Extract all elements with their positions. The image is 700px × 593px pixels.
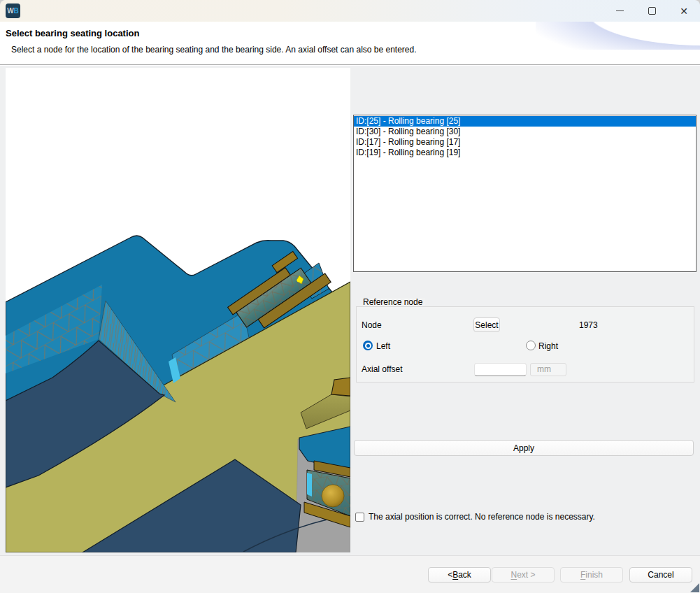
axial-position-checkbox-label[interactable]: The axial position is correct. No refere… (369, 512, 595, 522)
maximize-icon (648, 7, 656, 15)
bearing-listbox[interactable]: ID:[25] - Rolling bearing [25] ID:[30] -… (353, 115, 697, 272)
axial-position-checkbox-row[interactable]: The axial position is correct. No refere… (355, 512, 595, 522)
axial-offset-label: Axial offset (362, 364, 402, 374)
page-subtitle: Select a node for the location of the be… (11, 45, 417, 55)
bearing-list-item-17[interactable]: ID:[17] - Rolling bearing [17] (354, 137, 696, 148)
bearing2-roller-ball (322, 485, 344, 507)
bearing2-ring-end-gold (331, 378, 350, 396)
header-swoosh-decoration (536, 22, 700, 50)
finish-button-rest: inish (585, 570, 603, 580)
side-right-radio[interactable] (526, 341, 536, 350)
wizard-footer: < Back Next > Finish Cancel (0, 555, 700, 593)
axial-offset-unit: mm (530, 363, 566, 376)
reference-node-group-label: Reference node (360, 298, 425, 306)
side-right-label[interactable]: Right (538, 341, 558, 351)
axial-offset-input[interactable] (474, 363, 527, 376)
minimize-button[interactable] (603, 0, 636, 22)
back-button-rest: ack (458, 570, 471, 580)
bearing-list-item-25[interactable]: ID:[25] - Rolling bearing [25] (354, 116, 696, 127)
close-button[interactable]: ✕ (668, 0, 700, 22)
resize-grip[interactable] (690, 583, 699, 592)
page-title: Select bearing seating location (6, 28, 139, 38)
bearing-list-item-19[interactable]: ID:[19] - Rolling bearing [19] (354, 148, 696, 158)
back-button-prefix: < (448, 570, 452, 580)
header-separator (0, 64, 700, 65)
next-button-mnemonic: N (510, 570, 517, 580)
maximize-button[interactable] (636, 0, 668, 22)
wizard-window: WB ✕ Select bearing seating location Sel… (0, 0, 700, 593)
app-icon: WB (6, 3, 20, 18)
select-node-button[interactable]: Select (473, 317, 500, 332)
side-left-label[interactable]: Left (376, 341, 390, 351)
bearing-list-item-30[interactable]: ID:[30] - Rolling bearing [30] (354, 127, 696, 137)
apply-button[interactable]: Apply (354, 440, 694, 456)
close-icon: ✕ (680, 6, 688, 16)
cancel-button[interactable]: Cancel (629, 567, 692, 583)
wizard-header: Select bearing seating location Select a… (0, 22, 700, 64)
app-icon-letter-b: B (14, 7, 19, 15)
finish-button-mnemonic: F (580, 570, 585, 580)
back-button[interactable]: < Back (428, 567, 491, 583)
back-button-mnemonic: B (452, 570, 458, 580)
app-icon-letter-w: W (7, 7, 13, 15)
finish-button[interactable]: Finish (560, 567, 623, 583)
cad-canvas[interactable] (6, 68, 350, 552)
node-label: Node (362, 320, 382, 330)
title-bar[interactable]: WB ✕ (0, 0, 700, 22)
minimize-icon (616, 10, 624, 11)
node-value: 1973 (579, 320, 598, 330)
side-left-radio[interactable] (363, 341, 373, 350)
axial-position-checkbox[interactable] (355, 513, 364, 522)
next-button-rest: ext > (517, 570, 535, 580)
next-button[interactable]: Next > (492, 567, 555, 583)
cad-viewport[interactable] (6, 68, 350, 552)
